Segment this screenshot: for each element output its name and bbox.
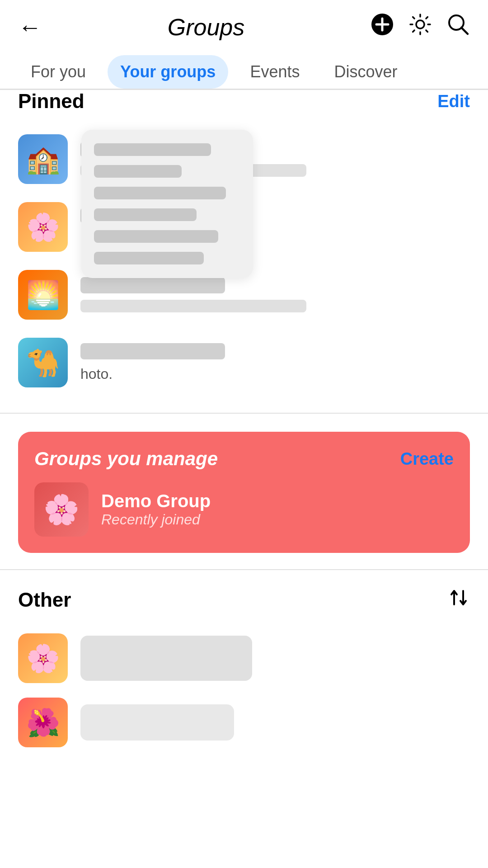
group-avatar-3: 🌅 — [18, 270, 68, 320]
other-info-blur-2 — [80, 704, 234, 741]
group-name-blur-3 — [80, 277, 225, 293]
other-title: Other — [18, 589, 71, 611]
manage-group-item-1[interactable]: 🌸 Demo Group Recently joined — [34, 482, 454, 537]
other-header: Other — [0, 586, 488, 613]
popup-line-1 — [94, 143, 211, 156]
pinned-item-4[interactable]: 🐪 hoto. — [18, 329, 470, 396]
back-button[interactable]: ← — [18, 14, 42, 41]
group-avatar-2: 🌸 — [18, 202, 68, 252]
divider-2 — [0, 569, 488, 570]
group-info-3 — [80, 277, 470, 312]
group-meta-blur-3 — [80, 300, 306, 312]
group-info-4: hoto. — [80, 343, 470, 382]
tab-events[interactable]: Events — [237, 55, 312, 89]
settings-icon[interactable] — [408, 13, 432, 42]
tab-your-groups[interactable]: Your groups — [108, 55, 228, 89]
group-meta-4: hoto. — [80, 366, 470, 382]
manage-group-subtitle: Recently joined — [101, 511, 211, 528]
popup-line-4 — [94, 208, 197, 221]
tab-for-you[interactable]: For you — [18, 55, 99, 89]
pinned-edit-button[interactable]: Edit — [437, 92, 470, 111]
manage-avatar-1: 🌸 — [34, 482, 89, 537]
sort-icon[interactable] — [447, 586, 470, 613]
manage-header: Groups you manage Create — [34, 448, 454, 470]
manage-title: Groups you manage — [34, 448, 218, 470]
groups-you-manage-section: Groups you manage Create 🌸 Demo Group Re… — [18, 432, 470, 553]
group-avatar-1: 🏫 — [18, 134, 68, 184]
other-info-blur-1 — [80, 636, 252, 681]
pinned-title: Pinned — [18, 90, 84, 113]
header-icons — [371, 13, 470, 42]
manage-group-name: Demo Group — [101, 491, 211, 511]
divider-1 — [0, 413, 488, 414]
manage-section-wrapper: Groups you manage Create 🌸 Demo Group Re… — [0, 432, 488, 553]
other-item-2[interactable]: 🌺 — [18, 690, 470, 755]
create-button[interactable]: Create — [400, 449, 454, 469]
pinned-list: 🏫 🌸 ryone, Is there an — [18, 125, 470, 396]
pinned-section: Pinned Edit 🏫 🌸 — [0, 90, 488, 396]
tab-discover[interactable]: Discover — [321, 55, 410, 89]
app-header: ← Groups — [0, 0, 488, 51]
search-icon[interactable] — [446, 13, 470, 42]
other-item-1[interactable]: 🌸 — [18, 626, 470, 690]
group-avatar-4: 🐪 — [18, 338, 68, 387]
manage-info-1: Demo Group Recently joined — [101, 491, 211, 528]
popup-line-5 — [94, 230, 218, 243]
other-list: 🌸 🌺 — [0, 626, 488, 755]
popup-card — [81, 130, 253, 278]
pinned-header: Pinned Edit — [18, 90, 470, 113]
tab-bar: For you Your groups Events Discover — [0, 51, 488, 90]
page-title: Groups — [168, 14, 245, 41]
popup-line-3 — [94, 187, 226, 199]
group-name-blur-4 — [80, 343, 225, 359]
svg-line-4 — [461, 28, 468, 34]
pinned-item-1[interactable]: 🏫 — [18, 125, 470, 193]
add-icon[interactable] — [371, 13, 394, 42]
popup-line-2 — [94, 165, 182, 178]
other-avatar-1: 🌸 — [18, 633, 68, 683]
other-avatar-2: 🌺 — [18, 698, 68, 747]
popup-line-6 — [94, 252, 204, 264]
